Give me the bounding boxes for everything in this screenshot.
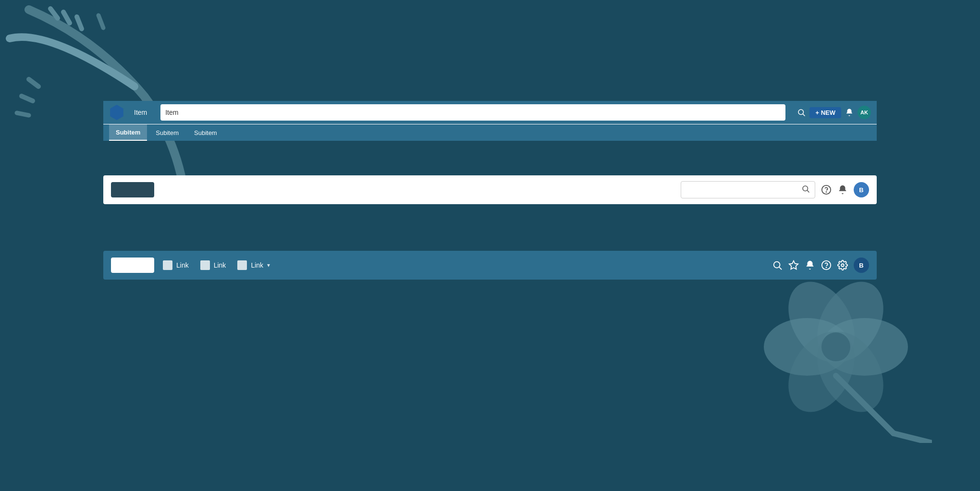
navbar3-star-button[interactable] — [788, 260, 799, 270]
navbar-3: Link Link Link ▾ — [103, 251, 877, 280]
subitem-1-label: Subitem — [116, 129, 140, 136]
navbar3-link2[interactable]: Link — [197, 260, 229, 270]
navbar1-search-text: Item — [165, 109, 781, 116]
navbar2-notifications-button[interactable] — [837, 184, 848, 195]
navbar3-link2-icon — [200, 260, 210, 270]
navbar3-avatar-initials: B — [859, 262, 863, 269]
avatar-initials: AK — [860, 110, 868, 115]
subitem-2-label: Subitem — [156, 129, 179, 136]
svg-line-21 — [779, 267, 782, 270]
navbar3-logo[interactable] — [111, 258, 154, 273]
navbar3-link3-icon — [237, 260, 247, 270]
navbar3-link2-label: Link — [214, 261, 226, 269]
navbar3-link1-icon — [163, 260, 172, 270]
navbar1-search-button[interactable] — [797, 108, 806, 117]
svg-line-3 — [98, 15, 103, 28]
svg-line-5 — [22, 96, 33, 101]
navbar3-notifications-button[interactable] — [805, 260, 815, 270]
navbar-1: Item Item + NEW AK — [103, 101, 877, 141]
navbar2-search-input[interactable] — [686, 186, 801, 194]
svg-line-6 — [17, 113, 29, 115]
navbar3-link1[interactable]: Link — [160, 260, 192, 270]
new-button-label: + NEW — [815, 109, 835, 116]
new-button[interactable]: + NEW — [809, 107, 841, 118]
svg-line-1 — [63, 12, 70, 23]
navbar2-help-button[interactable] — [821, 184, 832, 195]
svg-line-4 — [29, 79, 38, 86]
svg-point-13 — [821, 332, 850, 361]
subitem-1[interactable]: Subitem — [109, 124, 147, 141]
app-logo[interactable] — [109, 105, 124, 120]
svg-point-16 — [803, 186, 808, 191]
navbar3-avatar[interactable]: B — [854, 258, 869, 273]
navbar3-link3[interactable]: Link ▾ — [234, 260, 273, 270]
navbar2-logo[interactable] — [111, 182, 154, 197]
flower-decoration — [740, 251, 932, 443]
navbar3-link3-chevron: ▾ — [267, 262, 270, 269]
svg-point-25 — [841, 264, 844, 267]
svg-line-2 — [77, 17, 82, 29]
navbar3-link1-label: Link — [176, 261, 189, 269]
user-avatar[interactable]: AK — [858, 106, 871, 119]
navbar3-search-button[interactable] — [772, 260, 783, 270]
navbar3-link3-label: Link — [251, 261, 263, 269]
svg-line-17 — [807, 190, 809, 192]
navbar2-search-box[interactable] — [681, 181, 815, 198]
svg-line-15 — [803, 114, 805, 116]
navbar2-avatar[interactable]: B — [854, 182, 869, 197]
subitem-3[interactable]: Subitem — [187, 124, 224, 141]
navbar3-help-button[interactable] — [821, 260, 832, 270]
subitem-3-label: Subitem — [194, 129, 217, 136]
branch-decoration — [0, 0, 202, 183]
navbar2-avatar-initials: B — [859, 186, 863, 194]
svg-point-14 — [798, 110, 804, 115]
navbar1-actions: + NEW AK — [797, 106, 871, 119]
svg-point-20 — [774, 262, 780, 268]
subitem-2[interactable]: Subitem — [149, 124, 185, 141]
navbar3-settings-button[interactable] — [837, 260, 848, 270]
svg-marker-22 — [789, 261, 798, 269]
navbar1-search-area[interactable]: Item — [160, 104, 785, 121]
navbar1-item-label: Item — [134, 109, 147, 116]
navbar-2: B — [103, 175, 877, 204]
notifications-button[interactable] — [845, 108, 854, 117]
navbar2-search-button[interactable] — [801, 184, 810, 196]
navbar1-top-row: Item Item + NEW AK — [103, 101, 877, 124]
navbar1-bottom-row: Subitem Subitem Subitem — [103, 124, 877, 141]
navbar1-item[interactable]: Item — [128, 101, 153, 124]
